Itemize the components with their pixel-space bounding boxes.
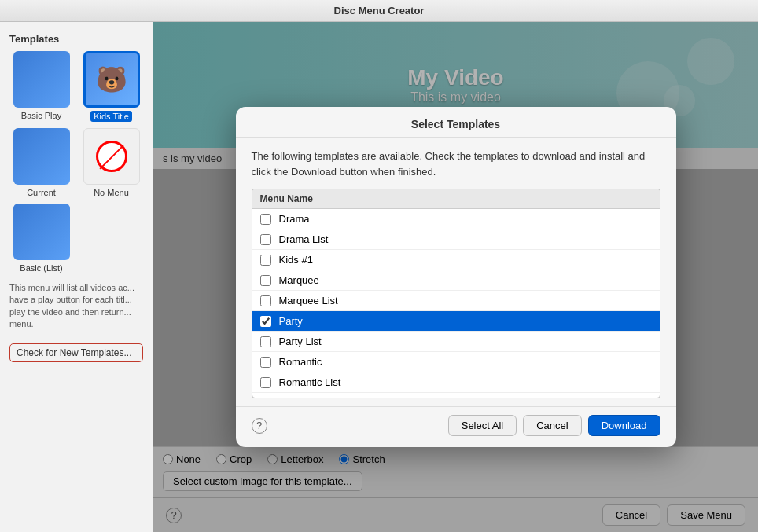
select-templates-modal: Select Templates The following templates…	[236, 107, 676, 447]
checkbox-party[interactable]	[260, 316, 271, 327]
table-row[interactable]: Party List	[252, 332, 660, 352]
table-row[interactable]: Romantic List	[252, 372, 660, 393]
template-name-romantic-list: Romantic List	[279, 376, 341, 388]
template-name-vacation1: Vacation #1	[279, 397, 333, 398]
checkbox-romantic-list[interactable]	[260, 377, 271, 388]
table-body[interactable]: Drama Drama List Kids #1	[252, 209, 660, 398]
content-area: My Video This is my video s is my video …	[153, 22, 758, 532]
template-label-kids-title: Kids Title	[90, 111, 132, 122]
templates-grid: Basic Play 🐻 Kids Title Current No Menu	[0, 51, 153, 273]
template-no-menu[interactable]: No Menu	[79, 128, 143, 197]
template-thumb-no-menu	[83, 128, 140, 185]
download-button[interactable]: Download	[588, 415, 660, 436]
template-thumb-basic-play	[13, 51, 70, 108]
template-basic-list[interactable]: Basic (List)	[9, 204, 73, 273]
modal-footer-right: Select All Cancel Download	[448, 415, 660, 436]
modal-body: The following templates are available. C…	[236, 138, 676, 406]
sidebar: Templates Basic Play 🐻 Kids Title Curren…	[0, 22, 153, 532]
table-row-selected[interactable]: Party	[252, 311, 660, 332]
template-name-drama: Drama	[279, 213, 310, 225]
template-current[interactable]: Current	[9, 128, 73, 197]
checkbox-drama-list[interactable]	[260, 234, 271, 245]
title-bar: Disc Menu Creator	[0, 0, 758, 22]
modal-help-icon[interactable]: ?	[252, 418, 267, 434]
checkbox-party-list[interactable]	[260, 336, 271, 347]
main-window: Templates Basic Play 🐻 Kids Title Curren…	[0, 22, 758, 532]
checkbox-drama[interactable]	[260, 214, 271, 225]
modal-cancel-button[interactable]: Cancel	[523, 415, 581, 436]
sidebar-title: Templates	[0, 30, 153, 51]
modal-overlay: Select Templates The following templates…	[153, 22, 758, 532]
template-name-romantic: Romantic	[279, 356, 322, 368]
template-kids-title[interactable]: 🐻 Kids Title	[79, 51, 143, 122]
check-templates-button[interactable]: Check for New Templates...	[9, 343, 143, 362]
table-row[interactable]: Kids #1	[252, 250, 660, 270]
app-title: Disc Menu Creator	[334, 5, 425, 17]
table-row[interactable]: Vacation #1	[252, 393, 660, 398]
table-row[interactable]: Drama	[252, 209, 660, 229]
template-thumb-current	[13, 128, 70, 185]
table-row[interactable]: Marquee	[252, 270, 660, 291]
table-row[interactable]: Romantic	[252, 352, 660, 372]
template-name-party: Party	[279, 315, 303, 327]
modal-header: Select Templates	[236, 107, 676, 138]
template-name-drama-list: Drama List	[279, 233, 329, 245]
template-name-kids1: Kids #1	[279, 254, 313, 266]
sidebar-description: This menu will list all videos ac... hav…	[0, 273, 153, 337]
template-basic-play[interactable]: Basic Play	[9, 51, 73, 122]
template-label-basic-list: Basic (List)	[20, 263, 62, 273]
checkbox-kids1[interactable]	[260, 255, 271, 266]
template-label-current: Current	[27, 188, 56, 197]
template-name-marquee: Marquee	[279, 274, 319, 286]
template-thumb-basic-list	[13, 204, 70, 260]
table-header: Menu Name	[252, 189, 660, 209]
no-entry-icon	[96, 141, 127, 172]
table-row[interactable]: Drama List	[252, 229, 660, 250]
template-name-marquee-list: Marquee List	[279, 295, 338, 306]
template-label-no-menu: No Menu	[94, 188, 129, 197]
bear-icon: 🐻	[96, 64, 127, 94]
select-all-button[interactable]: Select All	[448, 415, 517, 436]
modal-title: Select Templates	[411, 118, 500, 130]
checkbox-marquee[interactable]	[260, 275, 271, 286]
checkbox-romantic[interactable]	[260, 357, 271, 368]
table-row[interactable]: Marquee List	[252, 291, 660, 311]
template-label-basic-play: Basic Play	[21, 111, 61, 120]
modal-footer: ? Select All Cancel Download	[236, 406, 676, 447]
template-name-party-list: Party List	[279, 336, 322, 347]
modal-description: The following templates are available. C…	[252, 149, 660, 179]
checkbox-vacation1[interactable]	[260, 398, 271, 398]
templates-table: Menu Name Drama Drama List	[252, 189, 660, 398]
checkbox-marquee-list[interactable]	[260, 295, 271, 306]
template-thumb-kids-title: 🐻	[83, 51, 140, 108]
